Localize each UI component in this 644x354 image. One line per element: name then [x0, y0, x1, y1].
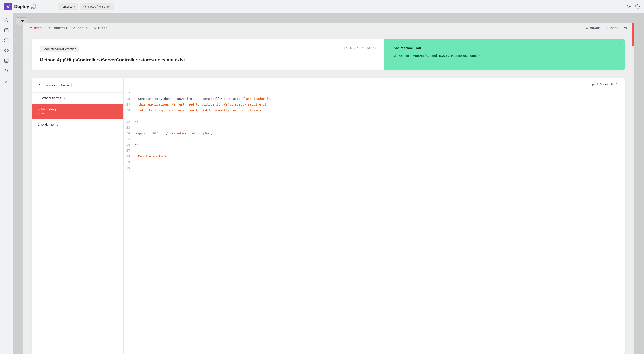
version-number: 1.4.0 [31, 4, 36, 6]
frame-group-label: 46 vendor frames [38, 96, 61, 100]
expand-collapse-icon [38, 84, 41, 86]
left-sidebar [0, 13, 13, 354]
hint-title: Bad Method Call [392, 46, 617, 50]
code-line: 28| Composer provides a convenient, auto… [124, 96, 625, 102]
svg-line-6 [630, 8, 630, 8]
tab-context[interactable]: CONTEXT [49, 27, 68, 30]
expand-vendor-frames-button[interactable]: Expand vendor frames [36, 82, 72, 88]
chevron-down-icon [60, 123, 63, 126]
svg-point-0 [84, 6, 86, 7]
code-line: 33 [124, 125, 625, 130]
error-meta: PHP 8.2.16 10.47.0 [340, 46, 376, 50]
active-stack-frame[interactable]: public/index.php:51 require [32, 104, 124, 119]
inbox-icon[interactable] [4, 28, 9, 32]
svg-rect-20 [74, 28, 75, 29]
server-icon[interactable] [4, 38, 9, 43]
app-name: Deploy [14, 4, 29, 10]
frame-method: require [38, 112, 117, 115]
tab-label: DEBUG [78, 27, 88, 30]
svg-line-9 [628, 8, 628, 8]
tab-label: CONTEXT [54, 27, 68, 30]
tab-label: FLARE [98, 27, 108, 30]
expand-icon [49, 27, 52, 30]
docs-icon [606, 27, 608, 30]
svg-line-10 [630, 5, 630, 5]
stack-frames-column: Expand vendor frames 46 vendor frames pu… [32, 78, 124, 354]
key-icon[interactable] [4, 79, 9, 84]
env-label: (dev) [31, 6, 36, 10]
svg-line-1 [85, 7, 86, 8]
tab-stack[interactable]: STACK [30, 27, 44, 30]
app-logo[interactable]: V Deploy 1.4.0 (dev) [4, 3, 53, 10]
code-file-path: public/index.php :51 [124, 78, 625, 90]
tab-label: SHARE [590, 27, 600, 30]
code-line: 30| into the script here so we don't nee… [124, 108, 625, 113]
scroll-indicator [632, 24, 634, 46]
close-icon[interactable]: ✕ [618, 43, 621, 47]
error-message: Method App\Http\Controllers\ServerContro… [40, 57, 376, 63]
search-placeholder: Press / to Search [88, 5, 111, 8]
app-version: 1.4.0 (dev) [31, 4, 36, 9]
code-line: 35 [124, 136, 625, 142]
bell-icon[interactable] [4, 69, 9, 73]
svg-point-15 [4, 59, 8, 60]
svg-rect-14 [4, 41, 8, 42]
frame-path: public/index.php:51 [38, 108, 117, 111]
exception-class[interactable]: BadMethodCallException [40, 46, 79, 52]
hint-text: Did you mean App\Http\Controllers\Server… [392, 54, 617, 57]
stack-icon [30, 27, 32, 30]
svg-rect-13 [4, 39, 8, 40]
chevron-down-icon: ▾ [74, 5, 75, 8]
svg-point-11 [637, 6, 638, 7]
code-line: 38| Run The Application [124, 154, 625, 159]
code-line: 39|-------------------------------------… [124, 159, 625, 165]
code-line: 32*/ [124, 119, 625, 125]
logo-mark: V [4, 3, 12, 10]
frame-group-label: 1 vendor frame [38, 123, 58, 126]
settings-icon[interactable] [635, 4, 640, 9]
chevron-down-icon [63, 97, 66, 100]
bug-icon [73, 27, 76, 30]
code-line: 36/* [124, 142, 625, 148]
svg-point-2 [628, 6, 630, 7]
vendor-frames-group-bottom[interactable]: 1 vendor frame [32, 119, 124, 130]
svg-point-16 [5, 81, 6, 82]
svg-line-5 [628, 5, 628, 5]
error-header-card: PHP 8.2.16 10.47.0 BadMethodCallExceptio… [32, 39, 625, 70]
tab-label: DOCS [610, 27, 618, 30]
search-input[interactable]: Press / to Search [80, 3, 114, 10]
top-navbar: V Deploy 1.4.0 (dev) Personal ▾ Press / … [0, 0, 644, 13]
expand-label: Expand vendor frames [42, 84, 69, 87]
error-summary: PHP 8.2.16 10.47.0 BadMethodCallExceptio… [32, 39, 384, 70]
database-icon[interactable] [4, 58, 9, 63]
share-icon [586, 27, 588, 30]
workspace-label: Personal [60, 5, 72, 8]
code-lines[interactable]: 27|28| Composer provides a convenient, a… [124, 90, 625, 175]
tab-flare[interactable]: FLARE [94, 27, 108, 30]
code-view-column: public/index.php :51 27|28| Composer pro… [124, 78, 625, 354]
tab-label: STACK [34, 27, 44, 30]
code-line: 34require __DIR__.'/../vendor/autoload.p… [124, 130, 625, 136]
content-area: Sele STACK CONTEXT DEBUG [13, 13, 644, 354]
tab-debug[interactable]: DEBUG [73, 27, 88, 30]
code-line: 29| this application. We just need to ut… [124, 102, 625, 108]
vendor-frames-group-top[interactable]: 46 vendor frames [32, 92, 124, 104]
docs-button[interactable]: DOCS [606, 27, 618, 30]
svg-point-12 [6, 18, 7, 20]
php-version: PHP 8.2.16 [340, 46, 358, 50]
error-suggestion: ✕ Bad Method Call Did you mean App\Http\… [384, 39, 625, 70]
flare-icon [94, 27, 96, 30]
code-line: 27| [124, 90, 625, 96]
user-icon[interactable] [4, 18, 9, 22]
code-icon[interactable] [4, 48, 9, 53]
error-modal: STACK CONTEXT DEBUG FLARE [23, 24, 634, 354]
code-line: 31| [124, 113, 625, 119]
code-line: 40| [124, 165, 625, 171]
workspace-dropdown[interactable]: Personal ▾ [58, 3, 78, 10]
share-button[interactable]: SHARE [586, 27, 600, 30]
code-panel: Expand vendor frames 46 vendor frames pu… [32, 78, 625, 354]
laravel-version: 10.47.0 [362, 46, 376, 50]
gear-icon[interactable] [624, 26, 627, 30]
theme-toggle-icon[interactable] [626, 4, 631, 9]
search-icon [83, 5, 86, 8]
